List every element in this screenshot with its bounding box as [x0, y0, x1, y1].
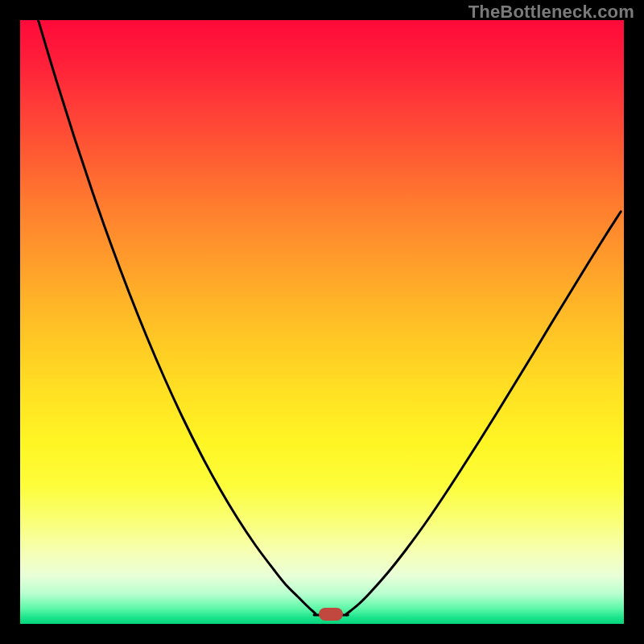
bottleneck-marker: [319, 608, 343, 621]
plot-area: [20, 20, 624, 624]
curve-path: [39, 20, 621, 615]
chart-frame: TheBottleneck.com: [0, 0, 644, 644]
watermark-text: TheBottleneck.com: [469, 2, 634, 23]
bottleneck-curve: [20, 20, 624, 624]
